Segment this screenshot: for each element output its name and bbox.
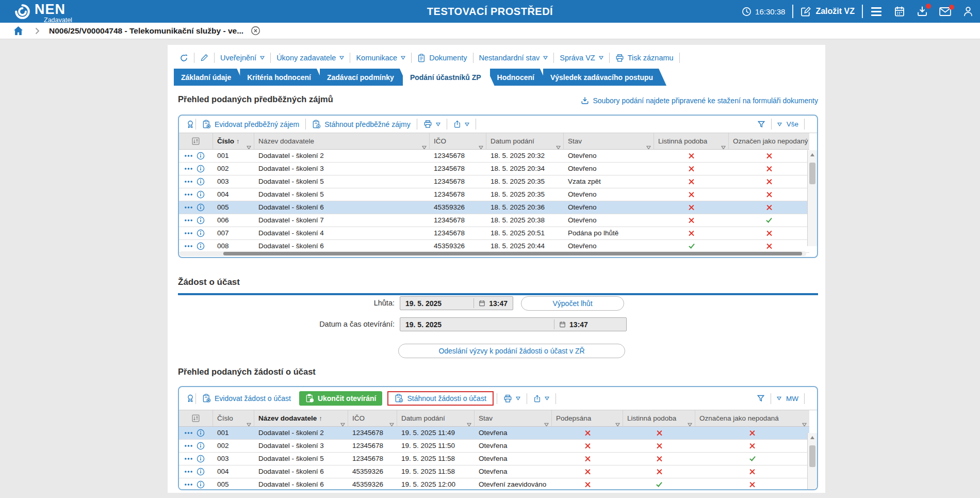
messages-button[interactable] — [939, 7, 951, 17]
tab-zadavaci-podminky[interactable]: Zadávací podmínky — [320, 69, 407, 86]
table-row[interactable]: 002Dodavatel - školení 31234567818. 5. 2… — [179, 163, 809, 175]
column-filter-icon[interactable] — [688, 416, 692, 427]
tab-kriteria-hodnoceni[interactable]: Kritéria hodnocení — [240, 69, 324, 86]
column-header-cislo[interactable]: Číslo — [213, 410, 254, 427]
submission-files-link[interactable]: Soubory podání najdete připravené ke sta… — [581, 97, 818, 105]
column-header-ico[interactable]: IČO — [348, 410, 397, 427]
print-menu-button[interactable] — [498, 394, 526, 403]
row-actions-icon[interactable] — [184, 167, 193, 170]
table-row[interactable]: 004Dodavatel - školení 64535932619. 5. 2… — [179, 465, 809, 478]
toolbar-item-sprava-vz[interactable]: Správa VZ — [554, 54, 609, 62]
row-actions-icon[interactable] — [184, 431, 193, 435]
row-info-icon[interactable] — [197, 203, 205, 212]
row-info-icon[interactable] — [197, 178, 205, 186]
breadcrumb-item[interactable]: N006/25/V00004748 - Telekomunikační služ… — [49, 26, 243, 36]
toolbar-item-uverejneni[interactable]: Uveřejnění — [215, 54, 270, 62]
calc-deadlines-button[interactable]: Výpočet lhůt — [521, 296, 624, 311]
row-actions-icon[interactable] — [184, 154, 193, 157]
column-header-nazev-dodavatele[interactable]: Název dodavatele — [254, 133, 430, 150]
column-header-podepsana[interactable]: Podepsána — [552, 410, 623, 427]
column-filter-icon[interactable] — [340, 416, 345, 427]
table-row[interactable]: 001Dodavatel - školení 21234567819. 5. 2… — [179, 427, 809, 440]
column-header-listinna-podoba[interactable]: Listinná podoba — [623, 410, 695, 427]
column-filter-icon[interactable] — [247, 139, 251, 150]
column-header-listinna-podoba[interactable]: Listinná podoba — [654, 133, 729, 150]
downloads-button[interactable] — [917, 6, 928, 17]
toolbar-item-refresh[interactable] — [174, 54, 194, 62]
stahnout-zadosti-button[interactable]: Stáhnout žádosti o účast — [393, 394, 488, 403]
tab-hodnoceni[interactable]: Hodnocení — [490, 69, 548, 86]
table-row[interactable]: 003Dodavatel - školení 51234567818. 5. 2… — [179, 175, 809, 188]
menu-icon[interactable] — [870, 6, 883, 17]
calendar-small-icon[interactable] — [479, 300, 485, 307]
filter-preset-chevron-icon[interactable] — [777, 122, 782, 126]
column-header-datum-podani[interactable]: Datum podání — [486, 133, 564, 150]
row-info-icon[interactable] — [197, 152, 205, 160]
row-info-icon[interactable] — [197, 429, 205, 437]
column-header-stav[interactable]: Stav — [475, 410, 552, 427]
table-row[interactable]: 002Dodavatel - školení 31234567819. 5. 2… — [179, 440, 809, 453]
column-filter-icon[interactable] — [615, 416, 620, 427]
column-header-cislo[interactable]: Číslo↑ — [213, 133, 254, 150]
home-icon[interactable] — [13, 26, 24, 36]
table-row[interactable]: 005Dodavatel - školení 64535932619. 5. 2… — [179, 478, 809, 490]
column-filter-icon[interactable] — [544, 416, 549, 427]
calendar-small-icon[interactable] — [559, 321, 566, 328]
row-actions-icon[interactable] — [184, 483, 193, 486]
evidovat-predbezny-zajem-button[interactable]: Evidovat předběžný zájem — [197, 120, 304, 129]
row-info-icon[interactable] — [197, 468, 205, 476]
send-invitation-button[interactable]: Odeslání výzvy k podání žádosti o účast … — [398, 344, 625, 358]
row-info-icon[interactable] — [197, 455, 205, 463]
column-header-oznacen-jako-nepodany[interactable]: Označen jako nepodaný — [729, 133, 809, 150]
column-header-datum-podani[interactable]: Datum podání — [397, 410, 475, 427]
table-row[interactable]: 005Dodavatel - školení 64535932618. 5. 2… — [179, 201, 809, 214]
table-row[interactable]: 006Dodavatel - školení 71234567818. 5. 2… — [179, 214, 809, 227]
column-header-ico[interactable]: IČO — [430, 133, 486, 150]
create-vz-button[interactable]: Založit VZ — [801, 6, 855, 17]
table-row[interactable]: 004Dodavatel - školení 51234567818. 5. 2… — [179, 188, 809, 201]
column-filter-icon[interactable] — [467, 416, 471, 427]
row-actions-icon[interactable] — [184, 232, 193, 235]
row-actions-icon[interactable] — [184, 219, 193, 222]
filter-preset-label[interactable]: MW — [786, 395, 798, 403]
row-info-icon[interactable] — [197, 442, 205, 450]
column-settings-header[interactable] — [179, 133, 213, 150]
deadline-input[interactable]: 19. 5. 2025 13:47 — [400, 296, 513, 310]
table-row[interactable]: 003Dodavatel - školení 51234567819. 5. 2… — [179, 453, 809, 465]
evidovat-zadost-button[interactable]: Evidovat žádost o účast — [197, 394, 296, 403]
tab-podani-ucastniku-zp[interactable]: Podání účastníků ZP — [403, 69, 495, 86]
filter-funnel-icon[interactable] — [757, 120, 765, 128]
row-actions-icon[interactable] — [184, 470, 193, 473]
toolbar-item-nestandardni-stav[interactable]: Nestandardní stav — [473, 54, 554, 62]
export-menu-button[interactable] — [448, 120, 475, 128]
horizontal-scrollbar[interactable] — [179, 251, 806, 256]
close-tab-icon[interactable] — [251, 26, 260, 36]
tab-vysledek-zadavaciho-postupu[interactable]: Výsledek zadávacího postupu — [543, 69, 666, 86]
filter-preset-chevron-icon[interactable] — [777, 396, 781, 400]
toolbar-item-ukony-zadavatele[interactable]: Úkony zadavatele — [271, 54, 350, 62]
row-info-icon[interactable] — [197, 165, 205, 173]
column-filter-icon[interactable] — [389, 416, 394, 427]
column-filter-icon[interactable] — [422, 139, 427, 150]
row-actions-icon[interactable] — [184, 457, 193, 460]
toolbar-item-edit[interactable] — [194, 54, 214, 62]
toolbar-item-komunikace[interactable]: Komunikace — [350, 54, 411, 62]
column-filter-icon[interactable] — [721, 139, 726, 150]
column-header-oznacena-jako-nepodana[interactable]: Označena jako nepodaná — [695, 410, 809, 427]
table-row[interactable]: 001Dodavatel - školení 21234567818. 5. 2… — [179, 150, 809, 163]
column-filter-icon[interactable] — [646, 139, 651, 150]
vertical-scrollbar[interactable] — [807, 433, 817, 490]
toolbar-item-dokumenty[interactable]: Dokumenty — [412, 54, 472, 62]
column-filter-icon[interactable] — [479, 139, 483, 150]
column-filter-icon[interactable] — [247, 416, 251, 427]
opening-input[interactable]: 19. 5. 2025 13:47 — [400, 317, 627, 331]
column-filter-icon[interactable] — [556, 139, 561, 150]
row-actions-icon[interactable] — [184, 245, 193, 248]
row-actions-icon[interactable] — [184, 180, 193, 183]
award-icon[interactable] — [186, 394, 194, 403]
toolbar-item-tisk-zaznamu[interactable]: Tisk záznamu — [610, 54, 679, 62]
user-icon[interactable] — [962, 6, 974, 17]
calendar-icon[interactable] — [894, 6, 905, 17]
column-header-nazev-dodavatele[interactable]: Název dodavatele↑ — [254, 410, 348, 427]
filter-preset-label[interactable]: Vše — [787, 120, 798, 128]
